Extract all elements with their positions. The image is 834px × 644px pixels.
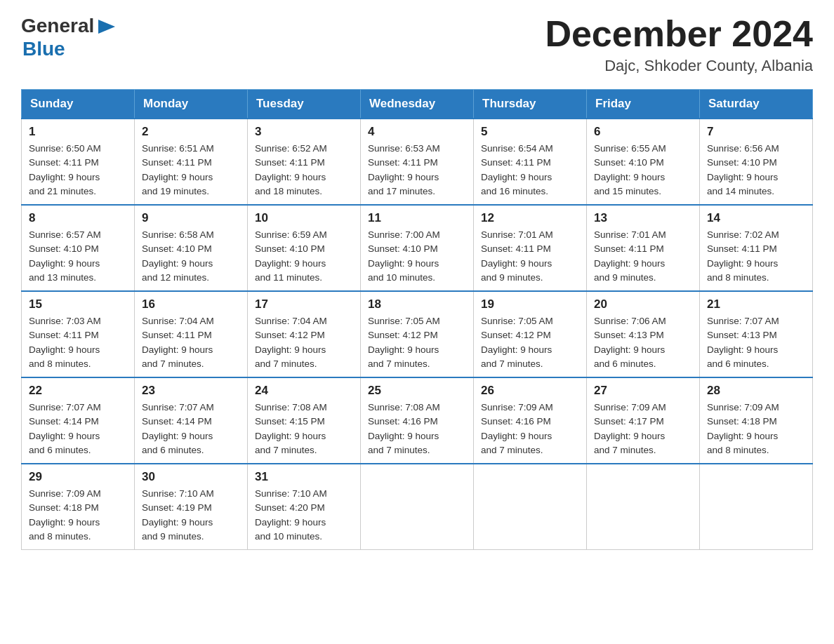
day-info: Sunrise: 7:09 AM Sunset: 4:18 PM Dayligh… bbox=[29, 487, 127, 544]
calendar-cell: 27 Sunrise: 7:09 AM Sunset: 4:17 PM Dayl… bbox=[587, 377, 700, 464]
day-info: Sunrise: 7:02 AM Sunset: 4:11 PM Dayligh… bbox=[707, 228, 805, 285]
calendar-cell: 12 Sunrise: 7:01 AM Sunset: 4:11 PM Dayl… bbox=[474, 205, 587, 291]
calendar-cell: 13 Sunrise: 7:01 AM Sunset: 4:11 PM Dayl… bbox=[587, 205, 700, 291]
day-info: Sunrise: 6:57 AM Sunset: 4:10 PM Dayligh… bbox=[29, 228, 127, 285]
day-number: 3 bbox=[255, 125, 353, 139]
col-header-friday: Friday bbox=[587, 90, 700, 119]
day-number: 30 bbox=[142, 470, 240, 484]
day-number: 29 bbox=[29, 470, 127, 484]
day-number: 18 bbox=[368, 297, 466, 311]
calendar-cell: 10 Sunrise: 6:59 AM Sunset: 4:10 PM Dayl… bbox=[248, 205, 361, 291]
calendar-cell: 4 Sunrise: 6:53 AM Sunset: 4:11 PM Dayli… bbox=[361, 119, 474, 205]
week-row-5: 29 Sunrise: 7:09 AM Sunset: 4:18 PM Dayl… bbox=[22, 464, 813, 550]
day-number: 24 bbox=[255, 384, 353, 398]
day-number: 5 bbox=[481, 125, 579, 139]
day-info: Sunrise: 6:58 AM Sunset: 4:10 PM Dayligh… bbox=[142, 228, 240, 285]
calendar-cell: 6 Sunrise: 6:55 AM Sunset: 4:10 PM Dayli… bbox=[587, 119, 700, 205]
day-info: Sunrise: 6:56 AM Sunset: 4:10 PM Dayligh… bbox=[707, 142, 805, 199]
col-header-saturday: Saturday bbox=[700, 90, 813, 119]
calendar-cell bbox=[587, 464, 700, 550]
calendar-cell: 18 Sunrise: 7:05 AM Sunset: 4:12 PM Dayl… bbox=[361, 291, 474, 377]
day-number: 20 bbox=[594, 297, 692, 311]
calendar-cell: 21 Sunrise: 7:07 AM Sunset: 4:13 PM Dayl… bbox=[700, 291, 813, 377]
day-number: 23 bbox=[142, 384, 240, 398]
day-number: 9 bbox=[142, 211, 240, 225]
day-info: Sunrise: 7:08 AM Sunset: 4:16 PM Dayligh… bbox=[368, 401, 466, 457]
calendar-cell: 15 Sunrise: 7:03 AM Sunset: 4:11 PM Dayl… bbox=[22, 291, 135, 377]
location-title: Dajc, Shkoder County, Albania bbox=[545, 57, 813, 75]
calendar-table: SundayMondayTuesdayWednesdayThursdayFrid… bbox=[21, 89, 813, 550]
day-info: Sunrise: 7:03 AM Sunset: 4:11 PM Dayligh… bbox=[29, 314, 127, 371]
day-info: Sunrise: 7:10 AM Sunset: 4:20 PM Dayligh… bbox=[255, 487, 353, 544]
col-header-wednesday: Wednesday bbox=[361, 90, 474, 119]
calendar-cell: 5 Sunrise: 6:54 AM Sunset: 4:11 PM Dayli… bbox=[474, 119, 587, 205]
day-number: 21 bbox=[707, 297, 805, 311]
day-number: 19 bbox=[481, 297, 579, 311]
calendar-cell bbox=[474, 464, 587, 550]
svg-marker-0 bbox=[98, 20, 115, 34]
calendar-header-row: SundayMondayTuesdayWednesdayThursdayFrid… bbox=[22, 90, 813, 119]
calendar-cell: 16 Sunrise: 7:04 AM Sunset: 4:11 PM Dayl… bbox=[135, 291, 248, 377]
day-number: 11 bbox=[368, 211, 466, 225]
calendar-cell: 31 Sunrise: 7:10 AM Sunset: 4:20 PM Dayl… bbox=[248, 464, 361, 550]
page-header: General Blue December 2024 Dajc, Shkoder… bbox=[21, 14, 813, 75]
calendar-cell: 26 Sunrise: 7:09 AM Sunset: 4:16 PM Dayl… bbox=[474, 377, 587, 464]
calendar-cell: 19 Sunrise: 7:05 AM Sunset: 4:12 PM Dayl… bbox=[474, 291, 587, 377]
calendar-cell: 1 Sunrise: 6:50 AM Sunset: 4:11 PM Dayli… bbox=[22, 119, 135, 205]
day-number: 27 bbox=[594, 384, 692, 398]
day-info: Sunrise: 7:09 AM Sunset: 4:16 PM Dayligh… bbox=[481, 401, 579, 457]
day-info: Sunrise: 7:09 AM Sunset: 4:18 PM Dayligh… bbox=[707, 401, 805, 457]
day-info: Sunrise: 7:10 AM Sunset: 4:19 PM Dayligh… bbox=[142, 487, 240, 544]
day-number: 16 bbox=[142, 297, 240, 311]
day-info: Sunrise: 6:50 AM Sunset: 4:11 PM Dayligh… bbox=[29, 142, 127, 199]
day-number: 15 bbox=[29, 297, 127, 311]
day-info: Sunrise: 7:01 AM Sunset: 4:11 PM Dayligh… bbox=[594, 228, 692, 285]
day-info: Sunrise: 6:53 AM Sunset: 4:11 PM Dayligh… bbox=[368, 142, 466, 199]
day-number: 12 bbox=[481, 211, 579, 225]
title-block: December 2024 Dajc, Shkoder County, Alba… bbox=[545, 14, 813, 75]
calendar-cell: 28 Sunrise: 7:09 AM Sunset: 4:18 PM Dayl… bbox=[700, 377, 813, 464]
day-number: 13 bbox=[594, 211, 692, 225]
col-header-tuesday: Tuesday bbox=[248, 90, 361, 119]
day-info: Sunrise: 7:08 AM Sunset: 4:15 PM Dayligh… bbox=[255, 401, 353, 457]
day-info: Sunrise: 7:04 AM Sunset: 4:11 PM Dayligh… bbox=[142, 314, 240, 371]
calendar-cell: 25 Sunrise: 7:08 AM Sunset: 4:16 PM Dayl… bbox=[361, 377, 474, 464]
day-info: Sunrise: 6:59 AM Sunset: 4:10 PM Dayligh… bbox=[255, 228, 353, 285]
day-number: 14 bbox=[707, 211, 805, 225]
day-info: Sunrise: 6:54 AM Sunset: 4:11 PM Dayligh… bbox=[481, 142, 579, 199]
day-number: 10 bbox=[255, 211, 353, 225]
day-info: Sunrise: 7:07 AM Sunset: 4:13 PM Dayligh… bbox=[707, 314, 805, 371]
calendar-cell: 14 Sunrise: 7:02 AM Sunset: 4:11 PM Dayl… bbox=[700, 205, 813, 291]
day-number: 22 bbox=[29, 384, 127, 398]
day-number: 17 bbox=[255, 297, 353, 311]
day-info: Sunrise: 6:52 AM Sunset: 4:11 PM Dayligh… bbox=[255, 142, 353, 199]
day-info: Sunrise: 7:06 AM Sunset: 4:13 PM Dayligh… bbox=[594, 314, 692, 371]
calendar-cell: 8 Sunrise: 6:57 AM Sunset: 4:10 PM Dayli… bbox=[22, 205, 135, 291]
day-info: Sunrise: 7:05 AM Sunset: 4:12 PM Dayligh… bbox=[481, 314, 579, 371]
day-number: 25 bbox=[368, 384, 466, 398]
day-number: 6 bbox=[594, 125, 692, 139]
day-info: Sunrise: 7:07 AM Sunset: 4:14 PM Dayligh… bbox=[29, 401, 127, 457]
day-info: Sunrise: 7:04 AM Sunset: 4:12 PM Dayligh… bbox=[255, 314, 353, 371]
logo-arrow-icon bbox=[95, 15, 118, 38]
calendar-cell: 2 Sunrise: 6:51 AM Sunset: 4:11 PM Dayli… bbox=[135, 119, 248, 205]
day-info: Sunrise: 7:07 AM Sunset: 4:14 PM Dayligh… bbox=[142, 401, 240, 457]
calendar-cell: 20 Sunrise: 7:06 AM Sunset: 4:13 PM Dayl… bbox=[587, 291, 700, 377]
week-row-3: 15 Sunrise: 7:03 AM Sunset: 4:11 PM Dayl… bbox=[22, 291, 813, 377]
day-number: 2 bbox=[142, 125, 240, 139]
month-title: December 2024 bbox=[545, 14, 813, 54]
day-info: Sunrise: 7:00 AM Sunset: 4:10 PM Dayligh… bbox=[368, 228, 466, 285]
day-number: 31 bbox=[255, 470, 353, 484]
day-info: Sunrise: 7:09 AM Sunset: 4:17 PM Dayligh… bbox=[594, 401, 692, 457]
week-row-4: 22 Sunrise: 7:07 AM Sunset: 4:14 PM Dayl… bbox=[22, 377, 813, 464]
calendar-cell bbox=[361, 464, 474, 550]
logo-blue-text: Blue bbox=[22, 38, 65, 60]
calendar-cell: 7 Sunrise: 6:56 AM Sunset: 4:10 PM Dayli… bbox=[700, 119, 813, 205]
calendar-cell: 23 Sunrise: 7:07 AM Sunset: 4:14 PM Dayl… bbox=[135, 377, 248, 464]
calendar-cell: 24 Sunrise: 7:08 AM Sunset: 4:15 PM Dayl… bbox=[248, 377, 361, 464]
week-row-1: 1 Sunrise: 6:50 AM Sunset: 4:11 PM Dayli… bbox=[22, 119, 813, 205]
day-number: 1 bbox=[29, 125, 127, 139]
calendar-cell: 22 Sunrise: 7:07 AM Sunset: 4:14 PM Dayl… bbox=[22, 377, 135, 464]
day-number: 7 bbox=[707, 125, 805, 139]
calendar-cell bbox=[700, 464, 813, 550]
